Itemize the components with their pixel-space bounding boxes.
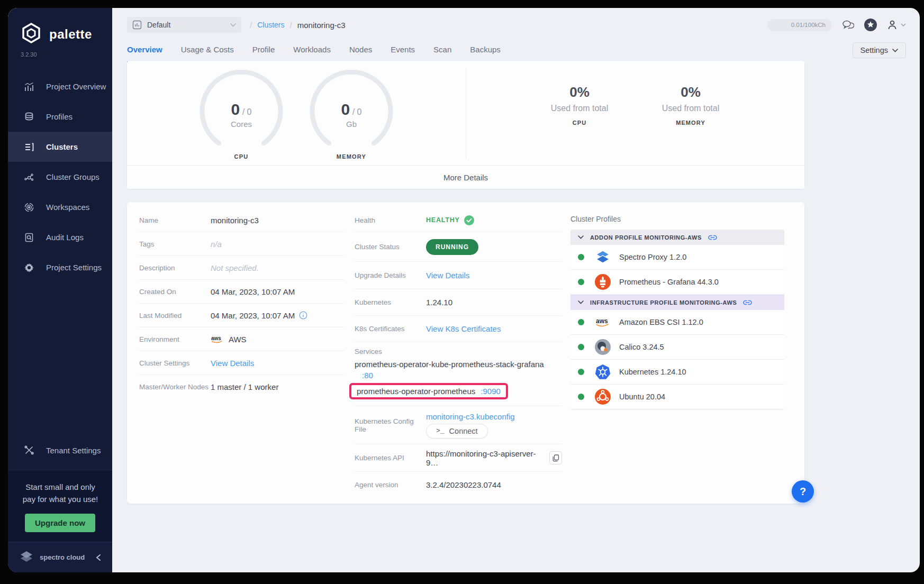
network-nodes-icon <box>24 172 34 182</box>
info-icon[interactable] <box>299 311 307 320</box>
topbar-actions: 0.01/100kCh <box>767 18 906 32</box>
cpu-percent-label: CPU <box>527 120 632 126</box>
link-icon[interactable] <box>708 234 717 241</box>
status-row-upgrade-details: Upgrade Details View Details <box>355 262 562 289</box>
link-icon[interactable] <box>743 299 752 306</box>
layers-stack-icon <box>24 112 34 122</box>
tabs: Overview Usage & Costs Profile Workloads… <box>127 41 501 59</box>
tab-workloads[interactable]: Workloads <box>293 45 331 63</box>
sidebar-item-label: Clusters <box>46 142 78 151</box>
nodes-value: 1 master / 1 worker <box>211 382 278 391</box>
clusters-list-icon <box>24 142 34 152</box>
status-row-api: Kubernetes API https://monitoring-c3-api… <box>355 444 562 472</box>
status-row-health: Health HEALTHY <box>355 208 562 232</box>
sidebar-item-profiles[interactable]: Profiles <box>8 102 112 132</box>
project-scope-icon <box>132 20 142 30</box>
ubuntu-icon <box>595 389 611 405</box>
connect-button[interactable]: >_ Connect <box>426 424 488 439</box>
kubeconfig-download-link[interactable]: monitoring-c3.kubeconfig <box>426 412 515 421</box>
upgrade-view-details-link[interactable]: View Details <box>426 271 469 280</box>
tab-usage-costs[interactable]: Usage & Costs <box>181 45 234 63</box>
help-button[interactable]: ? <box>792 480 814 503</box>
copy-icon <box>552 454 559 462</box>
sidebar-item-project-overview[interactable]: Project Overview <box>8 71 112 102</box>
tab-events[interactable]: Events <box>391 45 415 63</box>
service-prometheus-name: prometheus-operator-prometheus <box>357 387 475 396</box>
settings-label: Settings <box>860 46 888 54</box>
profile-pack-calico[interactable]: Calico 3.24.5 <box>570 335 784 360</box>
tab-overview[interactable]: Overview <box>127 45 162 63</box>
status-dot <box>578 369 584 375</box>
cluster-details-card: Name monitoring-c3 Tags n/a Description … <box>127 202 804 504</box>
svg-text:aws: aws <box>596 317 608 325</box>
sidebar-item-label: Cluster Groups <box>46 172 99 181</box>
cluster-settings-view-details-link[interactable]: View Details <box>211 359 254 368</box>
service-grafana-port-link[interactable]: :80 <box>362 371 373 380</box>
more-details-button[interactable]: More Details <box>127 165 804 189</box>
view-k8s-certificates-link[interactable]: View K8s Certificates <box>426 324 501 333</box>
description-value: Not specified. <box>211 263 259 272</box>
profile-pack-amazon-ebs-csi[interactable]: aws Amazon EBS CSI 1.12.0 <box>570 310 784 335</box>
breadcrumb-clusters-link[interactable]: Clusters <box>257 21 284 29</box>
sidebar-item-label: Project Settings <box>46 263 102 272</box>
memory-percent-caption: Used from total <box>638 104 744 113</box>
check-circle-icon <box>464 215 474 225</box>
sidebar-item-label: Tenant Settings <box>46 446 101 455</box>
sidebar-spacer <box>8 282 112 435</box>
detail-row-description: Description Not specified. <box>139 256 345 280</box>
addon-profile-header[interactable]: ADDON PROFILE MONITORING-AWS <box>570 230 784 245</box>
detail-row-environment: Environment aws AWS <box>139 327 345 351</box>
sidebar-item-label: Project Overview <box>46 82 106 91</box>
cluster-tabs-bar: Overview Usage & Costs Profile Workloads… <box>112 36 920 64</box>
infrastructure-profile-header[interactable]: INFRASTRUCTURE PROFILE MONITORING-AWS <box>570 295 784 310</box>
cluster-profiles-title: Cluster Profiles <box>570 215 784 223</box>
document-search-icon <box>24 232 34 243</box>
star-badge-icon <box>864 18 877 32</box>
memory-percent-label: MEMORY <box>638 120 744 126</box>
tab-backups[interactable]: Backups <box>470 45 501 63</box>
breadcrumb-current: monitoring-c3 <box>297 21 346 30</box>
sidebar-item-label: Audit Logs <box>46 233 84 242</box>
sidebar-item-cluster-groups[interactable]: Cluster Groups <box>8 162 112 192</box>
copy-api-url-button[interactable] <box>549 451 562 464</box>
detail-row-tags: Tags n/a <box>139 232 345 256</box>
project-selector-value: Default <box>147 21 225 29</box>
sidebar-item-workspaces[interactable]: Workspaces <box>8 192 112 222</box>
user-menu-button[interactable] <box>887 20 906 30</box>
profile-pack-prometheus-grafana[interactable]: Prometheus - Grafana 44.3.0 <box>570 270 784 295</box>
project-selector-dropdown[interactable]: Default <box>127 17 241 33</box>
status-dot <box>578 279 584 285</box>
breadcrumb-separator: / <box>250 21 252 30</box>
upgrade-now-button[interactable]: Upgrade now <box>25 514 95 532</box>
chevron-down-icon <box>901 23 906 26</box>
sidebar-item-project-settings[interactable]: Project Settings <box>8 252 112 282</box>
profile-pack-spectro-proxy[interactable]: Spectro Proxy 1.2.0 <box>570 245 784 270</box>
memory-percent-value: 0% <box>638 84 744 101</box>
aws-logo-icon: aws <box>595 314 611 330</box>
detail-row-last-modified: Last Modified 04 Mar, 2023, 10:07 AM <box>139 304 345 327</box>
profile-pack-ubuntu[interactable]: Ubuntu 20.04 <box>570 385 784 409</box>
status-dot <box>578 254 584 260</box>
detail-row-nodes: Master/Worker Nodes 1 master / 1 worker <box>139 375 345 399</box>
chevron-down-icon <box>230 23 236 27</box>
sidebar-item-clusters[interactable]: Clusters <box>8 132 112 162</box>
settings-dropdown-button[interactable]: Settings <box>853 42 906 58</box>
services-block: Services prometheus-operator-kube-promet… <box>355 342 562 406</box>
cpu-gauge-label: CPU <box>191 153 292 160</box>
feedback-chat-button[interactable] <box>841 19 854 31</box>
service-prometheus-port-link[interactable]: :9090 <box>481 387 501 396</box>
detail-row-cluster-settings: Cluster Settings View Details <box>139 351 345 375</box>
bar-chart-icon <box>24 81 34 92</box>
whats-new-button[interactable] <box>864 18 877 32</box>
status-dot <box>578 394 584 400</box>
tab-scan[interactable]: Scan <box>433 45 451 63</box>
cluster-name-value: monitoring-c3 <box>211 216 259 225</box>
sidebar-item-audit-logs[interactable]: Audit Logs <box>8 222 112 252</box>
tab-nodes[interactable]: Nodes <box>349 45 372 63</box>
gear-icon <box>24 262 34 273</box>
sidebar-item-tenant-settings[interactable]: Tenant Settings <box>8 435 112 466</box>
sidebar-collapse-button[interactable] <box>95 554 102 561</box>
tab-profile[interactable]: Profile <box>252 45 275 63</box>
kubernetes-version-value: 1.24.10 <box>426 298 452 307</box>
profile-pack-kubernetes[interactable]: Kubernetes 1.24.10 <box>570 360 784 385</box>
